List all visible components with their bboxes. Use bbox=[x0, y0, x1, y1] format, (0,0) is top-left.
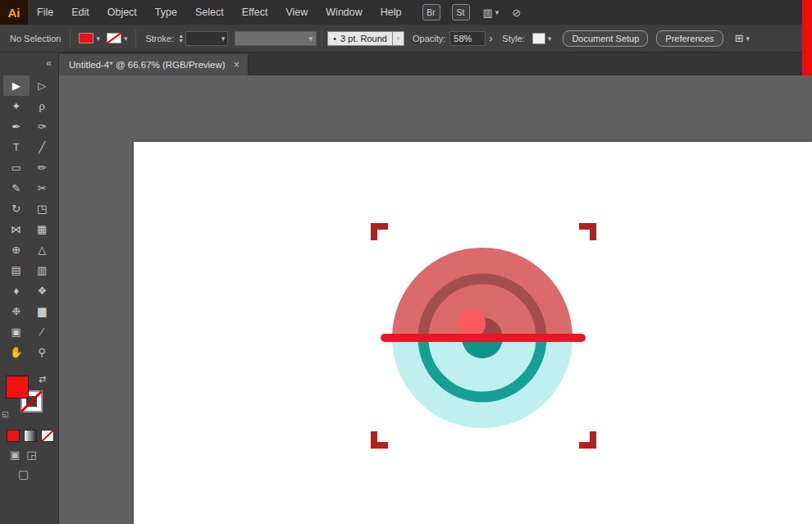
artboard[interactable] bbox=[134, 142, 812, 524]
tool-width[interactable]: ⋈ bbox=[3, 219, 30, 239]
chevron-down-icon: ▾ bbox=[96, 34, 100, 43]
brush-bullet-icon: • bbox=[333, 34, 336, 43]
collapse-panel-button[interactable]: « bbox=[0, 52, 58, 74]
graphic-style-dropdown[interactable]: ▾ bbox=[532, 33, 552, 44]
stroke-color-dropdown[interactable]: ▾ bbox=[107, 33, 128, 43]
stroke-weight-label: Stroke: bbox=[145, 34, 174, 43]
stroke-weight-stepper[interactable]: ▲ ▼ bbox=[178, 34, 184, 43]
tool-curvature[interactable]: ✑ bbox=[30, 116, 56, 137]
corner-bracket-top-right bbox=[579, 223, 596, 240]
document-tab-bar: Untitled-4* @ 66.67% (RGB/Preview) × bbox=[59, 52, 812, 75]
default-fill-stroke-icon[interactable]: ◱ bbox=[2, 410, 9, 418]
tool-zoom[interactable]: ⚲ bbox=[30, 342, 56, 362]
fill-color-swatch bbox=[79, 33, 94, 43]
tool-column-graph[interactable]: ▆ bbox=[30, 301, 56, 321]
gradient-button[interactable] bbox=[24, 430, 37, 442]
brush-definition-dropdown[interactable]: • 3 pt. Round bbox=[327, 31, 393, 46]
tool-artboard[interactable]: ▣ bbox=[3, 321, 30, 342]
menu-select[interactable]: Select bbox=[186, 0, 233, 25]
tool-free-transform[interactable]: ▦ bbox=[30, 219, 56, 239]
tool-shape-builder[interactable]: ⊕ bbox=[3, 239, 30, 260]
divider bbox=[135, 30, 136, 48]
tool-pen[interactable]: ✒ bbox=[3, 116, 30, 137]
tool-perspective-grid[interactable]: △ bbox=[30, 239, 56, 260]
none-button[interactable] bbox=[41, 430, 54, 442]
change-screen-mode-icon[interactable]: ▢ bbox=[18, 467, 29, 481]
device-preview-button[interactable]: ⊘ bbox=[512, 7, 521, 19]
graphic-style-swatch bbox=[532, 33, 545, 44]
canvas-area[interactable] bbox=[59, 75, 812, 524]
stock-button[interactable]: St bbox=[452, 4, 470, 21]
variable-width-profile-dropdown[interactable]: ▾ bbox=[235, 31, 317, 46]
tool-direct-selection[interactable]: ▷ bbox=[30, 75, 56, 96]
selection-status: No Selection bbox=[10, 34, 61, 43]
tools-panel: « ▶ ▷ ✦ ρ ✒ ✑ T ╱ ▭ ✏ ✎ ✂ ↻ ◳ ⋈ ▦ ⊕ △ ▤ … bbox=[0, 52, 59, 524]
corner-bracket-bottom-right bbox=[579, 431, 596, 449]
tool-shaper[interactable]: ✎ bbox=[3, 178, 30, 198]
menu-type[interactable]: Type bbox=[146, 0, 186, 25]
tool-rotate[interactable]: ↻ bbox=[3, 198, 30, 219]
tool-line-segment[interactable]: ╱ bbox=[30, 137, 56, 157]
divider bbox=[322, 30, 322, 48]
stroke-weight-input[interactable]: ▾ bbox=[185, 31, 228, 46]
fill-stroke-indicator: ⇄ ◱ bbox=[0, 374, 58, 426]
close-icon[interactable]: × bbox=[234, 59, 239, 71]
tool-blend[interactable]: ❖ bbox=[30, 280, 56, 301]
draw-normal-icon[interactable]: ▣ bbox=[10, 449, 20, 461]
opacity-label: Opacity: bbox=[413, 34, 445, 43]
bridge-button[interactable]: Br bbox=[422, 4, 440, 21]
tool-mesh[interactable]: ▤ bbox=[3, 260, 30, 280]
opacity-value: 58% bbox=[454, 34, 472, 43]
brush-definition-chevron[interactable]: ▾ bbox=[393, 31, 404, 46]
tool-paintbrush[interactable]: ✏ bbox=[30, 157, 56, 178]
eye-scan-artwork[interactable] bbox=[367, 220, 605, 458]
workspace-switcher[interactable]: ▥ ▾ bbox=[483, 7, 500, 19]
chevron-down-icon: ▾ bbox=[221, 34, 226, 43]
tool-slice[interactable]: ∕ bbox=[30, 321, 56, 342]
menu-object[interactable]: Object bbox=[98, 0, 146, 25]
document-tab[interactable]: Untitled-4* @ 66.67% (RGB/Preview) × bbox=[59, 54, 249, 75]
document-setup-button[interactable]: Document Setup bbox=[563, 30, 648, 47]
menu-edit[interactable]: Edit bbox=[62, 0, 98, 25]
menu-file[interactable]: File bbox=[28, 0, 62, 25]
opacity-flyout-arrow[interactable]: › bbox=[486, 31, 495, 46]
tool-lasso[interactable]: ρ bbox=[30, 96, 56, 116]
screen-mode-row: ▢ bbox=[0, 461, 58, 481]
fill-swatch-large[interactable] bbox=[6, 376, 29, 399]
swap-fill-stroke-icon[interactable]: ⇄ bbox=[39, 374, 46, 385]
drawing-modes-row: ▣ ◲ bbox=[0, 442, 58, 461]
menu-effect[interactable]: Effect bbox=[233, 0, 277, 25]
eye-highlight-dot bbox=[458, 310, 486, 338]
chevron-down-icon: ▾ bbox=[309, 34, 313, 43]
menu-bar: Ai File Edit Object Type Select Effect V… bbox=[0, 0, 812, 25]
tool-eyedropper[interactable]: ♦ bbox=[3, 280, 30, 301]
tool-gradient[interactable]: ▥ bbox=[30, 260, 56, 280]
fill-color-dropdown[interactable]: ▾ bbox=[79, 33, 100, 43]
device-preview-icon: ⊘ bbox=[512, 7, 521, 19]
workspace-icon: ▥ bbox=[483, 7, 493, 19]
tool-hand[interactable]: ✋ bbox=[3, 342, 30, 362]
chevron-down-icon: ▾ bbox=[548, 34, 552, 43]
tool-scale[interactable]: ◳ bbox=[30, 198, 56, 219]
tool-magic-wand[interactable]: ✦ bbox=[3, 96, 30, 116]
color-button[interactable] bbox=[7, 430, 20, 442]
tool-type[interactable]: T bbox=[3, 137, 30, 157]
red-edge-strip bbox=[802, 0, 812, 75]
menu-window[interactable]: Window bbox=[317, 0, 371, 25]
opacity-input[interactable]: 58% bbox=[449, 31, 486, 46]
tool-scissors[interactable]: ✂ bbox=[30, 178, 56, 198]
app-logo[interactable]: Ai bbox=[0, 0, 28, 25]
menu-view[interactable]: View bbox=[276, 0, 317, 25]
stepper-down-icon[interactable]: ▼ bbox=[178, 39, 184, 43]
illustrator-window: Ai File Edit Object Type Select Effect V… bbox=[0, 0, 812, 524]
tool-selection[interactable]: ▶ bbox=[3, 75, 30, 96]
preferences-button[interactable]: Preferences bbox=[656, 30, 723, 47]
menu-help[interactable]: Help bbox=[372, 0, 411, 25]
tool-symbol-sprayer[interactable]: ❉ bbox=[3, 301, 30, 321]
draw-behind-icon[interactable]: ◲ bbox=[26, 449, 36, 461]
align-icon: ⊞ bbox=[735, 32, 744, 44]
document-tab-title: Untitled-4* @ 66.67% (RGB/Preview) bbox=[69, 60, 226, 70]
color-mode-row bbox=[0, 426, 58, 442]
align-options-dropdown[interactable]: ⊞ ▾ bbox=[735, 32, 750, 44]
tool-rectangle[interactable]: ▭ bbox=[3, 157, 30, 178]
